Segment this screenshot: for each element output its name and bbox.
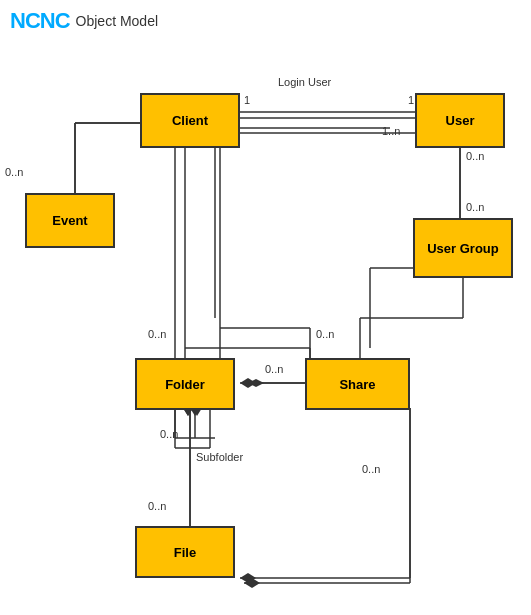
lbl-0n-share-file: 0..n: [362, 463, 380, 475]
file-box: File: [135, 526, 235, 578]
share-box: Share: [305, 358, 410, 410]
logo: NCNC: [10, 8, 70, 34]
lbl-1n: 1..n: [382, 125, 400, 137]
usergroup-box: User Group: [413, 218, 513, 278]
lbl-0n-share-top: 0..n: [316, 328, 334, 340]
diagram: Client User Event User Group Folder Shar…: [0, 38, 531, 613]
lbl-0n-ug: 0..n: [466, 201, 484, 213]
svg-marker-37: [248, 379, 264, 387]
lbl-0n-folder: 0..n: [148, 328, 166, 340]
client-box: Client: [140, 93, 240, 148]
lbl-0n-user: 0..n: [466, 150, 484, 162]
lbl-0n-share-left: 0..n: [265, 363, 283, 375]
svg-marker-46: [244, 578, 260, 588]
user-box: User: [415, 93, 505, 148]
lbl-0n-file: 0..n: [148, 500, 166, 512]
lbl-subfolder: Subfolder: [196, 451, 243, 463]
lbl-0n-event: 0..n: [5, 166, 23, 178]
header: NCNC Object Model: [0, 0, 531, 38]
page-title: Object Model: [76, 13, 158, 29]
lbl-0n-subfolder: 0..n: [160, 428, 178, 440]
lbl-1b: 1: [408, 94, 414, 106]
login-user-label: Login User: [278, 76, 331, 88]
folder-box: Folder: [135, 358, 235, 410]
event-box: Event: [25, 193, 115, 248]
lbl-1a: 1: [244, 94, 250, 106]
